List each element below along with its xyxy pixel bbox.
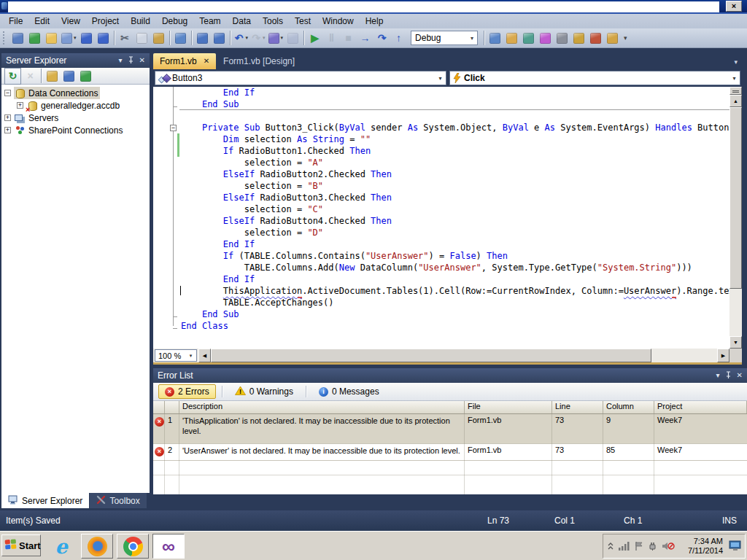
error-row[interactable]: 2'UserAnswer' is not declared. It may be… <box>153 444 747 461</box>
tray-clock[interactable]: 7:34 AM 7/11/2014 <box>688 537 725 556</box>
collapse-region-icon[interactable]: − <box>170 125 177 131</box>
tab-toolbox[interactable]: Toolbox <box>90 493 146 508</box>
menu-team[interactable]: Team <box>193 15 226 28</box>
scroll-right-icon[interactable]: ▶ <box>717 349 729 362</box>
visual-studio-quicklaunch-button[interactable]: ∞ <box>152 534 185 559</box>
tree-item-sharepoint-connections[interactable]: +SharePoint Connections <box>1 124 150 136</box>
column-header-1[interactable] <box>165 401 179 413</box>
pin-icon[interactable] <box>725 371 732 381</box>
close-panel-icon[interactable]: ✕ <box>139 57 145 64</box>
uncomment-selection-button[interactable] <box>212 31 227 46</box>
expand-icon[interactable]: + <box>17 102 23 109</box>
code-editor[interactable]: − End If End Sub Private Sub Button3_Cli… <box>153 87 729 349</box>
display-settings-icon[interactable] <box>729 540 743 552</box>
vertical-scroll-thumb[interactable] <box>729 107 742 289</box>
solution-configurations-combo[interactable]: Debug ▾ <box>411 31 478 45</box>
menu-view[interactable]: View <box>55 15 86 28</box>
window-position-icon[interactable]: ▾ <box>119 57 123 64</box>
column-header-file[interactable]: File <box>465 401 552 413</box>
column-header-line[interactable]: Line <box>552 401 603 413</box>
toolbar-overflow-icon[interactable]: ▾ <box>624 34 627 42</box>
tree-item-servers[interactable]: +Servers <box>1 112 150 124</box>
menu-debug[interactable]: Debug <box>156 15 193 28</box>
tree-item-data-connections[interactable]: −Data Connections <box>1 87 150 99</box>
customize-toolbars-button[interactable] <box>554 31 570 46</box>
save-all-button[interactable] <box>96 31 111 46</box>
copy-button[interactable] <box>134 31 150 46</box>
start-button[interactable]: Start <box>1 534 41 556</box>
menu-project[interactable]: Project <box>86 15 125 28</box>
solution-explorer-button[interactable] <box>571 31 587 46</box>
navigate-backward-button[interactable]: ▾ <box>268 31 285 46</box>
close-document-icon[interactable]: ✕ <box>204 58 209 65</box>
tab-form1-vb[interactable]: Form1.vb ✕ <box>153 53 216 69</box>
action-center-flag-icon[interactable] <box>634 541 643 551</box>
paste-button[interactable] <box>151 31 166 46</box>
code-text[interactable]: End If End Sub Private Sub Button3_Click… <box>179 87 729 349</box>
save-button[interactable] <box>79 31 94 46</box>
column-header-0[interactable] <box>153 401 165 413</box>
collapse-icon[interactable]: − <box>4 90 11 96</box>
new-web-site-button[interactable] <box>27 31 42 46</box>
internet-explorer-quicklaunch-button[interactable]: e <box>45 534 77 559</box>
menu-tools[interactable]: Tools <box>257 15 289 28</box>
close-panel-icon[interactable]: ✕ <box>737 372 743 379</box>
column-header-column[interactable]: Column <box>603 401 654 413</box>
menu-build[interactable]: Build <box>125 15 156 28</box>
hidden-icons-chevron-icon[interactable] <box>607 542 614 551</box>
connect-to-database-button[interactable] <box>44 69 60 84</box>
error-list-window-button[interactable] <box>588 31 603 46</box>
expand-icon[interactable]: + <box>4 127 11 133</box>
volume-muted-icon[interactable] <box>662 541 675 551</box>
tab-server-explorer[interactable]: Server Explorer <box>1 493 89 508</box>
command-window-button[interactable] <box>605 31 620 46</box>
extension-manager-button[interactable] <box>538 31 553 46</box>
power-plug-icon[interactable] <box>647 541 658 551</box>
add-new-item-button[interactable]: ▾ <box>61 31 77 46</box>
error-row[interactable]: 1'ThisApplication' is not declared. It m… <box>153 414 747 444</box>
errors-filter-button[interactable]: 2 Errors <box>158 384 216 399</box>
menu-help[interactable]: Help <box>360 15 390 28</box>
properties-window-button[interactable] <box>504 31 519 46</box>
menu-edit[interactable]: Edit <box>28 15 55 28</box>
menu-window[interactable]: Window <box>317 15 360 28</box>
find-in-files-button[interactable] <box>487 31 503 46</box>
start-debugging-button[interactable]: ▶ <box>307 31 322 46</box>
menu-file[interactable]: File <box>3 15 28 28</box>
toolbar-grip[interactable] <box>3 31 7 44</box>
vertical-scrollbar[interactable]: ▲ ▼ <box>729 87 742 349</box>
scroll-down-icon[interactable]: ▼ <box>729 336 742 349</box>
menu-data[interactable]: Data <box>227 15 257 28</box>
object-dropdown[interactable]: Button3 ▾ <box>155 71 446 85</box>
expand-icon[interactable]: + <box>4 114 11 121</box>
pin-icon[interactable] <box>128 56 134 66</box>
step-out-button[interactable]: ↑ <box>391 31 406 46</box>
step-into-button[interactable]: → <box>357 31 373 46</box>
column-header-project[interactable]: Project <box>654 401 747 413</box>
comment-selection-button[interactable] <box>195 31 210 46</box>
chrome-quicklaunch-button[interactable] <box>117 534 149 559</box>
tree-item-generalledger-accdb[interactable]: +generalledger.accdb <box>1 99 150 112</box>
scroll-left-icon[interactable]: ◀ <box>198 349 211 362</box>
close-button[interactable]: × <box>726 1 742 12</box>
warnings-filter-button[interactable]: ! 0 Warnings <box>228 384 300 400</box>
window-position-icon[interactable]: ▾ <box>716 372 720 379</box>
connect-to-server-button[interactable] <box>61 69 77 84</box>
firefox-quicklaunch-button[interactable] <box>81 534 113 559</box>
document-list-icon[interactable]: ▾ <box>734 58 738 66</box>
step-over-button[interactable]: ↷ <box>374 31 390 46</box>
tab-form1-vb-design[interactable]: Form1.vb [Design] <box>217 53 301 69</box>
menu-test[interactable]: Test <box>289 15 317 28</box>
column-header-description[interactable]: Description <box>179 401 465 413</box>
cut-button[interactable]: ✂ <box>117 31 133 46</box>
new-project-button[interactable] <box>10 31 26 46</box>
add-sharepoint-connection-button[interactable] <box>78 69 93 84</box>
zoom-dropdown[interactable]: 100 % ▾ <box>155 349 197 362</box>
open-file-button[interactable] <box>44 31 59 46</box>
undo-button[interactable]: ↶▾ <box>233 31 249 46</box>
object-browser-button[interactable] <box>521 31 536 46</box>
split-window-handle[interactable] <box>729 87 742 95</box>
refresh-button[interactable]: ↻ <box>4 68 21 85</box>
messages-filter-button[interactable]: 0 Messages <box>312 384 386 399</box>
navigate-to-button[interactable] <box>173 31 188 46</box>
